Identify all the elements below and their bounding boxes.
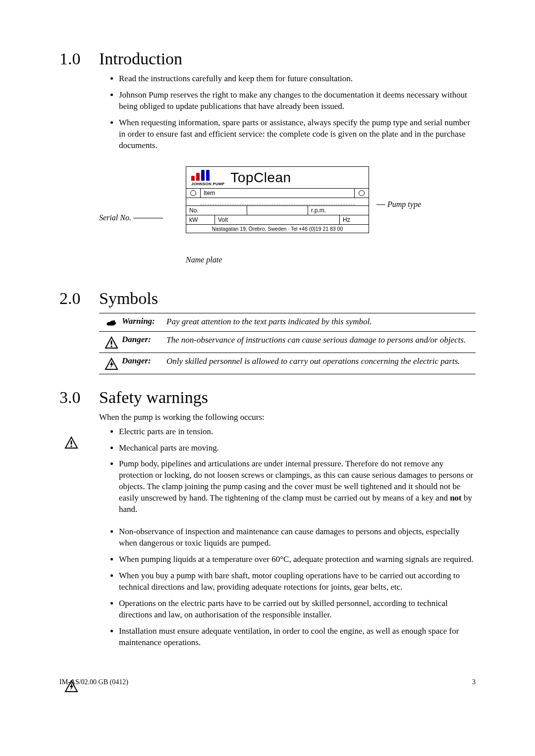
section-number: 2.0 xyxy=(59,289,99,308)
nameplate-rpm-field: r.p.m. xyxy=(308,206,369,215)
nameplate-blank-field xyxy=(247,206,308,215)
symbol-text: Only skilled personnel is allowed to car… xyxy=(166,356,474,371)
symbols-table: Warning: Pay great attention to the text… xyxy=(99,313,476,374)
page-footer: IM-AS/02.00 GB (0412) 3 xyxy=(59,678,476,686)
list-item: Operations on the electric parts have to… xyxy=(119,598,476,621)
nameplate: JOHNSON PUMP TopClean Item No. xyxy=(186,166,369,233)
nameplate-figure: Serial No. Pump type JOHNSON PUMP TopCle… xyxy=(99,166,476,275)
nameplate-no-field: No. xyxy=(186,206,247,215)
logo-text: JOHNSON PUMP xyxy=(191,182,224,186)
symbol-row-warning: Warning: Pay great attention to the text… xyxy=(99,313,476,332)
list-item: Installation must ensure adequate ventil… xyxy=(119,626,476,649)
section-title: Introduction xyxy=(99,50,182,68)
nameplate-caption: Name plate xyxy=(186,255,222,264)
mounting-hole-icon xyxy=(355,189,369,198)
nameplate-volt-field: Volt xyxy=(215,215,340,224)
electric-danger-icon xyxy=(64,679,78,695)
section-symbols: 2.0 Symbols Warning: Pay great attention… xyxy=(59,289,476,374)
section-title: Symbols xyxy=(99,289,158,308)
johnson-pump-logo: JOHNSON PUMP xyxy=(191,170,224,186)
nameplate-item-field: Item xyxy=(200,189,355,198)
symbol-text: The non-observance of instructions can c… xyxy=(166,335,474,350)
list-item: When requesting information, spare parts… xyxy=(119,117,476,151)
page-number: 3 xyxy=(472,678,476,686)
nameplate-kw-field: kW xyxy=(186,215,215,224)
section-safety-warnings: 3.0 Safety warnings When the pump is wor… xyxy=(59,388,476,649)
symbol-label: Danger: xyxy=(122,335,166,350)
list-item: Pump body, pipelines and articulations a… xyxy=(119,458,476,515)
section-title: Safety warnings xyxy=(99,388,208,407)
list-text-pre: Pump body, pipelines and articulations a… xyxy=(119,459,473,503)
list-item: Non-observance of inspection and mainten… xyxy=(119,526,476,549)
safety-intro: When the pump is working the following o… xyxy=(99,412,476,423)
section-number: 1.0 xyxy=(59,50,99,68)
symbol-label: Warning: xyxy=(122,316,166,328)
hand-icon xyxy=(101,316,122,328)
list-item: Electric parts are in tension. xyxy=(119,426,476,438)
list-item: When pumping liquids at a temperature ov… xyxy=(119,554,476,565)
intro-bullets: Read the instructions carefully and keep… xyxy=(99,73,476,151)
safety-bullets: Electric parts are in tension. Mechanica… xyxy=(99,426,476,649)
electric-danger-icon xyxy=(101,356,122,371)
callout-label: Pump type xyxy=(387,200,421,208)
mounting-hole-icon xyxy=(186,189,200,198)
nameplate-hz-field: Hz xyxy=(340,215,369,224)
section-number: 3.0 xyxy=(59,388,99,407)
symbol-row-danger: Danger: The non-observance of instructio… xyxy=(99,332,476,353)
document-page: 1.0 Introduction Read the instructions c… xyxy=(0,0,535,716)
nameplate-title: TopClean xyxy=(230,170,291,186)
danger-icon xyxy=(64,436,78,452)
list-item: Mechanical parts are moving. xyxy=(119,443,476,454)
nameplate-address: Nastagatan 19, Örebro, Sweden · Tel +46 … xyxy=(186,224,369,233)
list-item: Johnson Pump reserves the right to make … xyxy=(119,90,476,112)
symbol-row-electric: Danger: Only skilled personnel is allowe… xyxy=(99,353,476,374)
symbol-label: Danger: xyxy=(122,356,166,371)
list-item: When you buy a pump with bare shaft, mot… xyxy=(119,570,476,593)
list-item: Read the instructions carefully and keep… xyxy=(119,73,476,85)
list-text-bold: not xyxy=(450,493,462,503)
callout-serial-no: Serial No. xyxy=(99,213,163,222)
section-introduction: 1.0 Introduction Read the instructions c… xyxy=(59,50,476,275)
danger-icon xyxy=(101,335,122,350)
callout-label: Serial No. xyxy=(99,213,131,222)
callout-pump-type: Pump type xyxy=(376,200,421,209)
symbol-text: Pay great attention to the text parts in… xyxy=(166,316,474,328)
